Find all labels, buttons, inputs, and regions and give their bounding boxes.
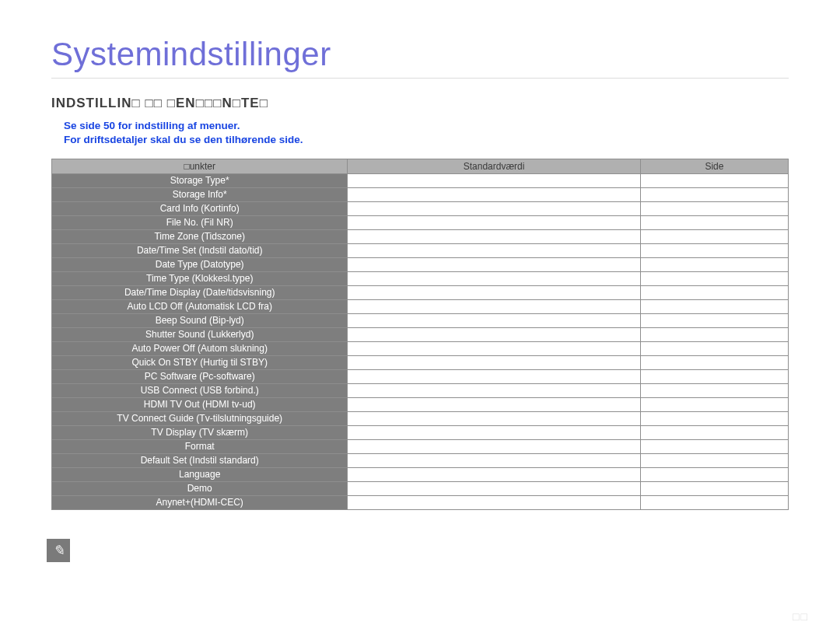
- settings-page-ref: [640, 453, 788, 467]
- settings-item: Language: [52, 467, 348, 481]
- settings-item: Storage Type*: [52, 173, 348, 187]
- settings-default-value: [348, 467, 640, 481]
- settings-item: Default Set (Indstil standard): [52, 453, 348, 467]
- settings-page-ref: [640, 411, 788, 425]
- settings-default-value: [348, 453, 640, 467]
- settings-page-ref: [640, 369, 788, 383]
- settings-default-value: [348, 425, 640, 439]
- settings-default-value: [348, 355, 640, 369]
- table-row: Time Zone (Tidszone): [52, 229, 789, 243]
- table-row: Format: [52, 439, 789, 453]
- settings-default-value: [348, 243, 640, 257]
- settings-page-ref: [640, 355, 788, 369]
- settings-page-ref: [640, 439, 788, 453]
- settings-page-ref: [640, 229, 788, 243]
- settings-page-ref: [640, 341, 788, 355]
- header-value: Standardværdi: [348, 159, 640, 173]
- table-row: PC Software (Pc-software): [52, 369, 789, 383]
- settings-default-value: [348, 257, 640, 271]
- table-row: Shutter Sound (Lukkerlyd): [52, 327, 789, 341]
- page-title: Systemindstillinger: [51, 37, 789, 79]
- settings-default-value: [348, 411, 640, 425]
- intro-line-1: Se side 50 for indstilling af menuer.: [64, 119, 789, 133]
- settings-item: File No. (Fil NR): [52, 215, 348, 229]
- settings-default-value: [348, 187, 640, 201]
- settings-item: Time Zone (Tidszone): [52, 229, 348, 243]
- settings-item: TV Display (TV skærm): [52, 425, 348, 439]
- settings-default-value: [348, 383, 640, 397]
- settings-item: USB Connect (USB forbind.): [52, 383, 348, 397]
- settings-default-value: [348, 495, 640, 509]
- intro-line-2: For driftsdetaljer skal du se den tilhør…: [64, 133, 789, 147]
- table-row: File No. (Fil NR): [52, 215, 789, 229]
- settings-item: HDMI TV Out (HDMI tv-ud): [52, 397, 348, 411]
- settings-page-ref: [640, 481, 788, 495]
- table-row: Demo: [52, 481, 789, 495]
- settings-item: Auto LCD Off (Automatisk LCD fra): [52, 299, 348, 313]
- settings-item: TV Connect Guide (Tv-tilslutningsguide): [52, 411, 348, 425]
- settings-item: Shutter Sound (Lukkerlyd): [52, 327, 348, 341]
- settings-default-value: [348, 327, 640, 341]
- settings-item: Card Info (Kortinfo): [52, 201, 348, 215]
- settings-item: Date Type (Datotype): [52, 257, 348, 271]
- section-heading: INDSTILLIN□ □□ □EN□□□N□TE□: [51, 96, 789, 111]
- note-icon: ✎: [47, 539, 70, 562]
- settings-item: Date/Time Display (Date/tidsvisning): [52, 285, 348, 299]
- settings-page-ref: [640, 397, 788, 411]
- settings-page-ref: [640, 327, 788, 341]
- settings-page-ref: [640, 313, 788, 327]
- settings-default-value: [348, 439, 640, 453]
- table-row: Date Type (Datotype): [52, 257, 789, 271]
- settings-item: PC Software (Pc-software): [52, 369, 348, 383]
- table-row: Date/Time Display (Date/tidsvisning): [52, 285, 789, 299]
- settings-page-ref: [640, 201, 788, 215]
- table-row: Card Info (Kortinfo): [52, 201, 789, 215]
- note-icon-wrap: ✎: [47, 539, 70, 562]
- settings-item: Auto Power Off (Autom slukning): [52, 341, 348, 355]
- settings-default-value: [348, 313, 640, 327]
- settings-page-ref: [640, 285, 788, 299]
- settings-page-ref: [640, 467, 788, 481]
- table-row: Quick On STBY (Hurtig til STBY): [52, 355, 789, 369]
- table-row: Default Set (Indstil standard): [52, 453, 789, 467]
- table-row: Storage Info*: [52, 187, 789, 201]
- header-item: □unkter: [52, 159, 348, 173]
- settings-page-ref: [640, 495, 788, 509]
- table-row: Time Type (Klokkesl.type): [52, 271, 789, 285]
- settings-default-value: [348, 369, 640, 383]
- settings-page-ref: [640, 243, 788, 257]
- settings-page-ref: [640, 215, 788, 229]
- settings-default-value: [348, 397, 640, 411]
- table-row: Anynet+(HDMI-CEC): [52, 495, 789, 509]
- table-row: Auto Power Off (Autom slukning): [52, 341, 789, 355]
- table-row: Date/Time Set (Indstil dato/tid): [52, 243, 789, 257]
- table-row: TV Display (TV skærm): [52, 425, 789, 439]
- settings-page-ref: [640, 425, 788, 439]
- settings-default-value: [348, 271, 640, 285]
- settings-default-value: [348, 341, 640, 355]
- intro-block: Se side 50 for indstilling af menuer. Fo…: [51, 119, 789, 147]
- settings-page-ref: [640, 383, 788, 397]
- page-content: Systemindstillinger INDSTILLIN□ □□ □EN□□…: [0, 0, 840, 510]
- header-page: Side: [640, 159, 788, 173]
- settings-item: Quick On STBY (Hurtig til STBY): [52, 355, 348, 369]
- settings-page-ref: [640, 271, 788, 285]
- settings-default-value: [348, 285, 640, 299]
- table-row: TV Connect Guide (Tv-tilslutningsguide): [52, 411, 789, 425]
- settings-item: Storage Info*: [52, 187, 348, 201]
- settings-page-ref: [640, 299, 788, 313]
- table-body: Storage Type*Storage Info*Card Info (Kor…: [52, 173, 789, 509]
- table-row: Storage Type*: [52, 173, 789, 187]
- settings-item: Demo: [52, 481, 348, 495]
- settings-item: Beep Sound (Bip-lyd): [52, 313, 348, 327]
- settings-default-value: [348, 215, 640, 229]
- settings-item: Anynet+(HDMI-CEC): [52, 495, 348, 509]
- table-row: Beep Sound (Bip-lyd): [52, 313, 789, 327]
- page-number: □□: [793, 610, 809, 623]
- settings-table: □unkter Standardværdi Side Storage Type*…: [51, 159, 789, 510]
- settings-default-value: [348, 201, 640, 215]
- settings-page-ref: [640, 257, 788, 271]
- table-row: USB Connect (USB forbind.): [52, 383, 789, 397]
- settings-item: Format: [52, 439, 348, 453]
- settings-default-value: [348, 481, 640, 495]
